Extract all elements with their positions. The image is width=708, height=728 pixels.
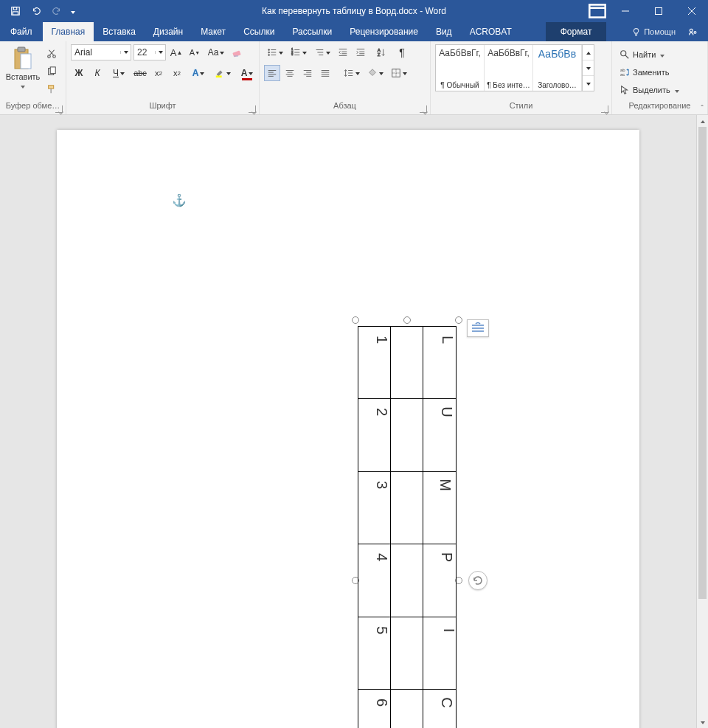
align-left-button[interactable] [264, 65, 280, 81]
font-name-combo[interactable]: Arial [71, 44, 131, 60]
show-marks-button[interactable]: ¶ [394, 44, 410, 60]
svg-rect-18 [50, 67, 55, 74]
rotation-handle[interactable] [468, 571, 487, 590]
grow-font-button[interactable]: A▲ [168, 44, 184, 60]
subscript-button[interactable]: x2 [150, 65, 167, 81]
clear-formatting-button[interactable] [229, 44, 246, 60]
find-button[interactable]: Найти [617, 47, 682, 62]
font-dialog-launcher[interactable] [249, 105, 256, 113]
ribbon-display-options[interactable] [586, 0, 608, 22]
scroll-down-button[interactable] [697, 716, 708, 728]
italic-button[interactable]: К [89, 65, 105, 81]
scroll-thumb[interactable] [698, 127, 707, 599]
share-button[interactable] [683, 27, 702, 37]
tab-layout[interactable]: Макет [192, 22, 235, 41]
styles-gallery[interactable]: АаБбВвГг, ¶ Обычный АаБбВвГг, ¶ Без инте… [435, 44, 594, 91]
align-center-button[interactable] [282, 65, 298, 81]
shrink-font-button[interactable]: A▼ [187, 44, 203, 60]
clipboard-dialog-launcher[interactable] [55, 105, 63, 113]
paragraph-dialog-launcher[interactable] [420, 105, 427, 113]
svg-point-16 [53, 55, 56, 58]
line-spacing-button[interactable] [341, 65, 363, 81]
resize-handle-n[interactable] [403, 316, 411, 324]
scroll-up-button[interactable] [697, 115, 708, 127]
title-bar: Как перевернуть таблицу в Ворд.docx - Wo… [0, 0, 708, 22]
styles-more[interactable] [583, 76, 594, 91]
text-box-selected[interactable]: 1L 2U 3M 4P 5I 6C 7S [355, 320, 459, 728]
tab-view[interactable]: Вид [427, 22, 461, 41]
style-heading1[interactable]: АаБбВв Заголово… [533, 45, 582, 91]
copy-button[interactable] [44, 65, 59, 78]
font-color-button[interactable]: A [236, 65, 258, 81]
document-area[interactable]: ⚓ 1L 2U 3M 4P 5I 6C 7S [0, 115, 696, 728]
svg-rect-5 [655, 8, 662, 15]
window-controls [586, 0, 708, 22]
close-button[interactable] [675, 0, 708, 22]
tab-references[interactable]: Ссылки [235, 22, 283, 41]
ribbon-tabs: Файл Главная Вставка Дизайн Макет Ссылки… [0, 22, 708, 41]
borders-button[interactable] [388, 65, 410, 81]
svg-rect-2 [13, 12, 18, 15]
sort-button[interactable]: AZ [370, 44, 392, 60]
tab-review[interactable]: Рецензирование [341, 22, 427, 41]
table-row: 6C [358, 690, 456, 728]
clipboard-group-label: Буфер обме… [6, 101, 60, 110]
highlight-button[interactable] [212, 65, 234, 81]
svg-point-69 [621, 51, 626, 56]
scroll-track[interactable] [697, 127, 708, 716]
undo-button[interactable] [27, 1, 46, 21]
tab-design[interactable]: Дизайн [145, 22, 192, 41]
justify-button[interactable] [317, 65, 333, 81]
text-effects-button[interactable]: A [187, 65, 209, 81]
tab-format[interactable]: Формат [546, 22, 607, 41]
paste-button[interactable]: Вставить [4, 44, 41, 90]
tell-me[interactable]: Помощн [627, 27, 680, 37]
tab-mailings[interactable]: Рассылки [283, 22, 341, 41]
strikethrough-button[interactable]: abc [132, 65, 148, 81]
vertical-scrollbar[interactable] [696, 115, 708, 728]
svg-rect-19 [49, 86, 54, 89]
styles-scroll-down[interactable] [583, 60, 594, 76]
editing-group-label: Редактирование [629, 101, 691, 110]
svg-text:Z: Z [378, 52, 381, 57]
decrease-indent-button[interactable] [335, 44, 351, 60]
styles-scroll-up[interactable] [583, 45, 594, 60]
svg-point-22 [268, 49, 270, 51]
style-normal[interactable]: АаБбВвГг, ¶ Обычный [436, 45, 485, 91]
cut-button[interactable] [44, 47, 59, 60]
font-size-combo[interactable]: 22 [133, 44, 166, 60]
collapse-ribbon-button[interactable]: ˆ [701, 104, 704, 113]
bullets-button[interactable] [264, 44, 286, 60]
replace-button[interactable]: abac Заменить [617, 65, 682, 80]
tab-insert[interactable]: Вставка [94, 22, 145, 41]
styles-dialog-launcher[interactable] [601, 105, 608, 113]
save-button[interactable] [6, 1, 25, 21]
increase-indent-button[interactable] [353, 44, 369, 60]
change-case-button[interactable]: Aa [205, 44, 227, 60]
tab-acrobat[interactable]: ACROBAT [461, 22, 521, 41]
maximize-button[interactable] [642, 0, 675, 22]
minimize-button[interactable] [608, 0, 642, 22]
format-painter-button[interactable] [44, 83, 59, 96]
numbering-button[interactable]: 123 [288, 44, 310, 60]
svg-point-26 [268, 55, 270, 56]
table-row: 2U [358, 399, 456, 471]
redo-button[interactable] [47, 1, 66, 21]
underline-button[interactable]: Ч [108, 65, 130, 81]
align-right-button[interactable] [299, 65, 316, 81]
qat-customize[interactable] [68, 1, 78, 21]
shading-button[interactable] [364, 65, 386, 81]
tab-home[interactable]: Главная [43, 22, 94, 41]
resize-handle-ne[interactable] [455, 316, 462, 324]
superscript-button[interactable]: x2 [169, 65, 185, 81]
layout-options-button[interactable] [467, 319, 489, 337]
tab-file[interactable]: Файл [0, 22, 43, 41]
svg-text:3: 3 [291, 52, 294, 56]
table-row: 4P [358, 544, 456, 617]
multilevel-list-button[interactable] [311, 44, 333, 60]
style-no-spacing[interactable]: АаБбВвГг, ¶ Без инте… [485, 45, 533, 91]
page: ⚓ 1L 2U 3M 4P 5I 6C 7S [57, 130, 639, 728]
select-button[interactable]: Выделить [617, 83, 682, 97]
bold-button[interactable]: Ж [71, 65, 87, 81]
resize-handle-nw[interactable] [352, 316, 359, 324]
